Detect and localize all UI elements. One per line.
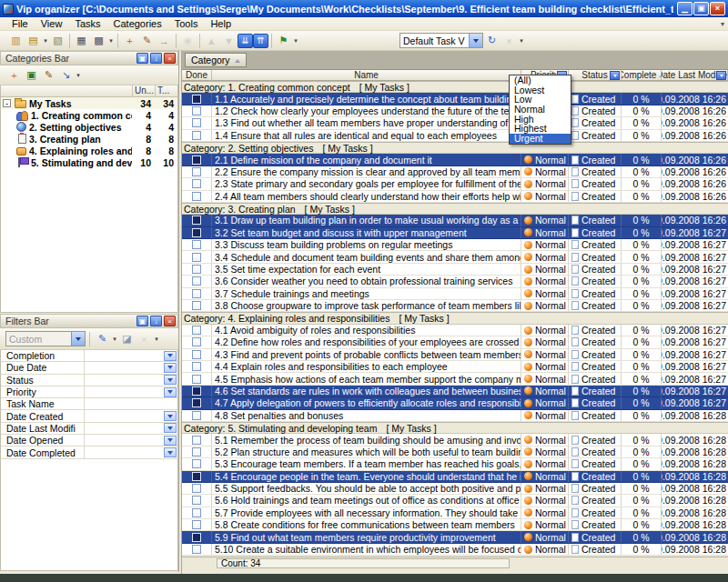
print-preview-icon[interactable]: ▩: [90, 33, 107, 49]
done-checkbox[interactable]: [192, 253, 201, 262]
done-checkbox[interactable]: [192, 301, 201, 310]
collapse-all-icon[interactable]: ⇈: [253, 34, 268, 48]
task-row[interactable]: 1.2 Check how clearly your employees und…: [182, 105, 728, 117]
task-row[interactable]: 3.1 Draw up team building plan in order …: [182, 215, 728, 226]
done-checkbox[interactable]: [192, 156, 201, 165]
print-icon[interactable]: ▦: [73, 33, 90, 49]
more-options-icon[interactable]: ▾: [153, 336, 160, 343]
dropdown-caret-icon[interactable]: ▾: [107, 37, 115, 45]
task-row[interactable]: 4.6 Set standards are rules in work with…: [182, 386, 728, 397]
task-row[interactable]: 3.7 Schedule trainings and meetingsNorma…: [182, 288, 728, 300]
filter-dropdown-button[interactable]: [164, 363, 177, 373]
done-checkbox[interactable]: [192, 106, 201, 115]
drag-task-icon[interactable]: →: [156, 33, 173, 49]
filter-button[interactable]: [716, 71, 726, 80]
column-header-name[interactable]: Name: [212, 70, 521, 81]
filter-dropdown-button[interactable]: [164, 436, 177, 446]
task-row[interactable]: 1.4 Ensure that all rules are identical …: [182, 130, 728, 142]
apply-filter-icon[interactable]: ✎: [94, 331, 111, 347]
menu-file[interactable]: File: [5, 17, 35, 31]
task-row[interactable]: 1.1 Accurately and precisely determine t…: [182, 93, 728, 105]
task-row[interactable]: 5.4 Encourage people in the team. Everyo…: [182, 471, 728, 483]
expand-all-icon[interactable]: ⇊: [238, 34, 253, 48]
done-checkbox[interactable]: [192, 520, 201, 529]
category-row[interactable]: Category: 5. Stimulating and developing …: [182, 422, 728, 434]
dropdown-caret-icon[interactable]: ▾: [292, 37, 299, 45]
task-row[interactable]: 5.5 Support feedbacks. You should be abl…: [182, 483, 728, 495]
column-uncompleted[interactable]: Un...: [132, 85, 155, 96]
combo-dropdown-icon[interactable]: [469, 34, 482, 47]
filter-dropdown-button[interactable]: [164, 387, 177, 397]
panel-minimize-button[interactable]: ▣: [136, 53, 148, 64]
task-row[interactable]: 3.2 Set team budget and discuss it with …: [182, 227, 728, 239]
filter-preset-combo[interactable]: Custom: [5, 331, 86, 346]
filter-dropdown-button[interactable]: [164, 423, 177, 433]
edit-category-icon[interactable]: ✎: [40, 67, 57, 84]
task-row[interactable]: 4.3 Find and prevent points of probable …: [182, 349, 728, 361]
new-task-icon[interactable]: +: [121, 33, 138, 49]
done-checkbox[interactable]: [192, 459, 201, 468]
done-checkbox[interactable]: [192, 240, 201, 249]
task-row[interactable]: 2.2 Ensure the company mission is clear …: [182, 166, 728, 178]
task-view-flag-icon[interactable]: ⚑: [275, 33, 292, 49]
done-checkbox[interactable]: [192, 386, 201, 396]
new-subcategory-icon[interactable]: ▣: [23, 67, 40, 84]
task-row[interactable]: 2.4 All team members should clearly unde…: [182, 191, 728, 203]
task-row[interactable]: 5.7 Provide employees with all necessary…: [182, 507, 728, 519]
panel-pin-button[interactable]: ↓: [150, 53, 162, 64]
panel-close-button[interactable]: ×: [164, 316, 176, 326]
new-category-icon[interactable]: +: [5, 67, 23, 84]
category-row[interactable]: Category: 4. Explaining roles and respon…: [182, 312, 728, 324]
tree-item-my-tasks[interactable]: -My Tasks3434: [1, 97, 177, 109]
task-row[interactable]: 3.4 Schedule and document team building …: [182, 251, 728, 263]
column-header-status[interactable]: Status: [569, 70, 622, 81]
dropdown-caret-icon[interactable]: ▾: [111, 336, 118, 343]
combo-dropdown-icon[interactable]: [71, 332, 85, 346]
edit-task-icon[interactable]: ✎: [138, 33, 156, 49]
menu-categories[interactable]: Categories: [107, 17, 168, 31]
filter-dropdown-button[interactable]: [164, 411, 177, 421]
done-checkbox[interactable]: [192, 496, 201, 505]
done-checkbox[interactable]: [192, 472, 201, 481]
task-row[interactable]: 3.3 Discuss team building problems on re…: [182, 239, 728, 251]
group-by-category-button[interactable]: Category: [185, 53, 247, 67]
column-header-complete[interactable]: Complete: [622, 70, 662, 81]
menu-tasks[interactable]: Tasks: [68, 17, 106, 31]
task-row[interactable]: 5.10 Create a suitable environment in wh…: [182, 544, 728, 556]
apply-view-icon[interactable]: ↻: [483, 33, 500, 49]
tree-item-category-1[interactable]: 1. Creating common concept44: [1, 109, 177, 121]
tree-item-category-5[interactable]: 5. Stimulating and developing team1010: [1, 156, 177, 168]
done-checkbox[interactable]: [192, 179, 201, 188]
done-checkbox[interactable]: [192, 411, 201, 420]
toolbar-options-icon[interactable]: ▾: [721, 20, 724, 28]
done-checkbox[interactable]: [192, 326, 201, 335]
done-checkbox[interactable]: [192, 276, 201, 286]
done-checkbox[interactable]: [192, 436, 201, 445]
menu-help[interactable]: Help: [204, 17, 238, 31]
task-row[interactable]: 4.5 Emphasis how actions of each team me…: [182, 373, 728, 385]
done-checkbox[interactable]: [192, 131, 201, 140]
done-checkbox[interactable]: [192, 508, 201, 517]
filter-dropdown-button[interactable]: [164, 375, 177, 385]
tree-item-category-3[interactable]: 3. Creating plan88: [1, 133, 177, 145]
task-row[interactable]: 4.2 Define how roles and responsibilitie…: [182, 336, 728, 348]
task-row[interactable]: 3.5 Set time expectation for each eventN…: [182, 264, 728, 276]
done-checkbox[interactable]: [192, 545, 201, 554]
panel-minimize-button[interactable]: ▣: [136, 316, 148, 326]
task-row[interactable]: 3.8 Choose groupware to improve task per…: [182, 300, 728, 312]
done-checkbox[interactable]: [192, 265, 201, 274]
protect-database-icon[interactable]: ▧: [49, 33, 66, 49]
more-options-icon[interactable]: ▾: [518, 37, 525, 45]
category-row[interactable]: Category: 3. Creating plan[ My Tasks ]: [182, 203, 728, 215]
filter-button[interactable]: [610, 71, 620, 80]
done-checkbox[interactable]: [192, 362, 201, 371]
column-header-done[interactable]: Done: [182, 70, 212, 81]
task-row[interactable]: 5.8 Create conditions for free communica…: [182, 519, 728, 531]
task-row[interactable]: 4.8 Set penalties and bonusesNormalCreat…: [182, 410, 728, 422]
category-row[interactable]: Category: 2. Setting objectives[ My Task…: [182, 142, 728, 154]
task-row[interactable]: 5.1 Remember the process of team buildin…: [182, 434, 728, 446]
done-checkbox[interactable]: [192, 289, 201, 298]
task-row[interactable]: 4.7 Apply delegation of powers to effici…: [182, 397, 728, 409]
task-row[interactable]: 2.1 Define mission of the company and do…: [182, 154, 728, 166]
new-database-icon[interactable]: ▥: [7, 33, 25, 49]
